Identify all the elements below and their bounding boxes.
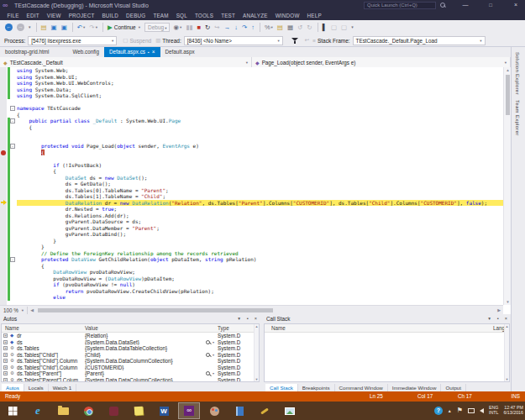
code-line[interactable]: using System.Web; xyxy=(0,67,503,74)
hscroll-right-icon[interactable]: ▶ xyxy=(495,307,503,312)
magnifier-icon[interactable] xyxy=(206,371,211,376)
type-dropdown[interactable]: ◆ TEstCascade._Default ▾ xyxy=(0,57,252,67)
autos-row[interactable]: +⚙ds.Tables["Parent"]{Parent}▾System.D xyxy=(2,370,259,377)
code-line[interactable]: gvParent.DataBind(); xyxy=(0,231,503,238)
visualizer-dropdown-icon[interactable]: ▾ xyxy=(213,352,214,359)
code-line[interactable]: } xyxy=(0,238,503,244)
call-stack-scrollbar[interactable]: ▲▼ xyxy=(504,324,509,381)
search-icon[interactable] xyxy=(440,3,446,8)
tab-default.aspx[interactable]: Default.aspx xyxy=(160,47,200,57)
visualizer-dropdown-icon[interactable]: ▾ xyxy=(213,370,214,377)
code-line[interactable]: { xyxy=(0,150,503,156)
close-button[interactable]: × xyxy=(509,0,522,11)
paint-icon[interactable] xyxy=(203,402,225,419)
code-line[interactable]: - protected DataView GetChildRelation(ob… xyxy=(0,256,503,263)
step-out-button[interactable]: ↑ xyxy=(249,22,256,33)
uncomment-button[interactable]: ▢ xyxy=(339,22,349,33)
code-line[interactable]: DataRelation dr = new DataRelation("Rela… xyxy=(0,200,503,207)
notebook-icon[interactable] xyxy=(228,402,250,419)
autos-row[interactable]: +◆ds{System.Data.DataSet}▾System.D xyxy=(2,339,259,346)
menu-item-view[interactable]: VIEW xyxy=(43,11,65,20)
next-statement-button[interactable]: ↪ xyxy=(213,22,221,33)
tray-expand-icon[interactable]: ▲ xyxy=(448,408,452,413)
help-icon[interactable]: ? xyxy=(434,407,443,415)
expand-icon[interactable]: + xyxy=(3,333,8,338)
code-line[interactable]: ds.Relations.Add(dr); xyxy=(0,213,503,219)
code-line[interactable]: using System.Data.SqlClient; xyxy=(0,92,503,99)
show-next-statement-button[interactable]: → xyxy=(223,22,233,33)
code-line[interactable]: { xyxy=(0,263,503,270)
breakpoint-icon[interactable] xyxy=(1,150,6,155)
debug-target-dropdown[interactable]: Debug▾ xyxy=(144,23,170,32)
code-line[interactable]: DataRowView pvoDataRowView; xyxy=(0,269,503,276)
process-dropdown[interactable]: [5476] iisexpress.exe▾ xyxy=(28,36,117,45)
code-line[interactable]: } xyxy=(0,244,503,250)
menu-item-edit[interactable]: EDIT xyxy=(23,11,43,20)
menu-item-file[interactable]: FILE xyxy=(3,11,23,20)
visual-studio-icon[interactable]: ∞ xyxy=(178,402,200,419)
col-type[interactable]: Type xyxy=(218,324,229,333)
open-file-button[interactable]: ▤ xyxy=(39,22,49,33)
code-line[interactable]: -namespace TEstCascade xyxy=(0,105,503,112)
code-line[interactable] xyxy=(0,155,503,162)
code-line[interactable]: ds.Tables[0].TableName = "Parent"; xyxy=(0,187,503,194)
restore-button[interactable]: □ xyxy=(484,0,497,11)
fold-toggle-icon[interactable]: - xyxy=(10,118,15,123)
attach-button[interactable]: ◉▾ xyxy=(171,22,183,33)
pause-button[interactable]: ▮▮ xyxy=(184,22,194,33)
breakpoints-window-button[interactable]: ▦ xyxy=(286,22,295,33)
navigate-fwd-disabled-button[interactable]: ↻ xyxy=(305,22,313,33)
zoom-dropdown[interactable]: 100 % ▾ xyxy=(0,307,28,314)
quick-launch-input[interactable]: Quick Launch (Ctrl+Q) xyxy=(364,2,436,9)
expand-icon[interactable]: + xyxy=(3,359,8,363)
start-button[interactable] xyxy=(2,402,24,419)
menu-item-build[interactable]: BUILD xyxy=(98,11,123,20)
code-line[interactable]: return pvoDataRowView.CreateChildView(pR… xyxy=(0,288,503,295)
step-into-button[interactable]: ↓ xyxy=(233,22,239,33)
navigate-back-disabled-button[interactable]: ↺ xyxy=(296,22,304,33)
step-over-button[interactable]: ↷ xyxy=(240,22,249,33)
close-tab-icon[interactable]: × xyxy=(152,47,155,57)
code-line[interactable] xyxy=(0,99,503,106)
expand-icon[interactable]: + xyxy=(3,365,8,370)
autos-row[interactable]: +◆dr{Relation}System.D xyxy=(2,333,259,339)
toolbar-overflow-dropdown[interactable]: ▾ xyxy=(349,22,355,33)
redo-button[interactable]: ↷▾ xyxy=(87,22,99,33)
expand-icon[interactable]: + xyxy=(3,346,8,350)
tab-default.aspx.cs[interactable]: Default.aspx.cs▪× xyxy=(104,47,160,57)
action-center-flag-icon[interactable]: ⚑ xyxy=(457,407,463,415)
col-lang[interactable]: Lang xyxy=(493,324,505,333)
code-line[interactable]: using System.Data; xyxy=(0,87,503,93)
expand-icon[interactable]: + xyxy=(3,340,8,344)
magnifier-icon[interactable] xyxy=(206,353,211,358)
forward-button[interactable]: → xyxy=(15,22,26,33)
code-line[interactable] xyxy=(0,137,503,144)
visualizer-dropdown-icon[interactable]: ▾ xyxy=(213,339,214,346)
language-indicator[interactable]: ENG INTL xyxy=(489,406,498,415)
internet-explorer-icon[interactable]: e xyxy=(27,402,49,419)
autos-row[interactable]: +⚙ds.Tables["Parent"].Colum{System.Data.… xyxy=(2,377,259,383)
panel-tab-command-window[interactable]: Command Window xyxy=(335,384,388,391)
panel-tab-call-stack[interactable]: Call Stack xyxy=(265,384,298,391)
word-icon[interactable]: W xyxy=(153,402,175,419)
filter-threads-icon[interactable] xyxy=(291,37,299,45)
undo-button[interactable]: ↶▾ xyxy=(76,22,87,33)
code-line[interactable]: { xyxy=(0,112,503,118)
save-all-button[interactable]: ▣ xyxy=(60,22,69,33)
code-line[interactable]: ds.Tables[1].TableName = "Child"; xyxy=(0,193,503,200)
code-line[interactable]: { xyxy=(0,168,503,175)
code-line[interactable]: DataSet ds = new DataSet(); xyxy=(0,175,503,181)
expand-icon[interactable]: + xyxy=(3,371,8,375)
team-explorer-tab[interactable]: Team Explorer xyxy=(515,100,520,136)
back-button[interactable]: ← xyxy=(3,22,14,33)
clock[interactable]: 12:47 PM 6/13/2016 xyxy=(503,406,523,415)
code-line[interactable]: gvParent.DataMember = "Parent"; xyxy=(0,225,503,232)
network-icon[interactable] xyxy=(468,408,475,413)
menu-item-analyze[interactable]: ANALYZE xyxy=(239,11,272,20)
code-line[interactable]: // Define the ForeignKey relationship am… xyxy=(0,250,503,257)
speaker-icon[interactable] xyxy=(480,408,484,413)
output-window-button[interactable]: ▤ xyxy=(276,22,285,33)
window-position-icon[interactable]: ▾ xyxy=(238,314,240,323)
code-line[interactable]: pvoDataRowView = (DataRowView)pDataItem; xyxy=(0,276,503,282)
code-editor[interactable]: using System.Web;using System.Web.UI;usi… xyxy=(0,67,503,305)
